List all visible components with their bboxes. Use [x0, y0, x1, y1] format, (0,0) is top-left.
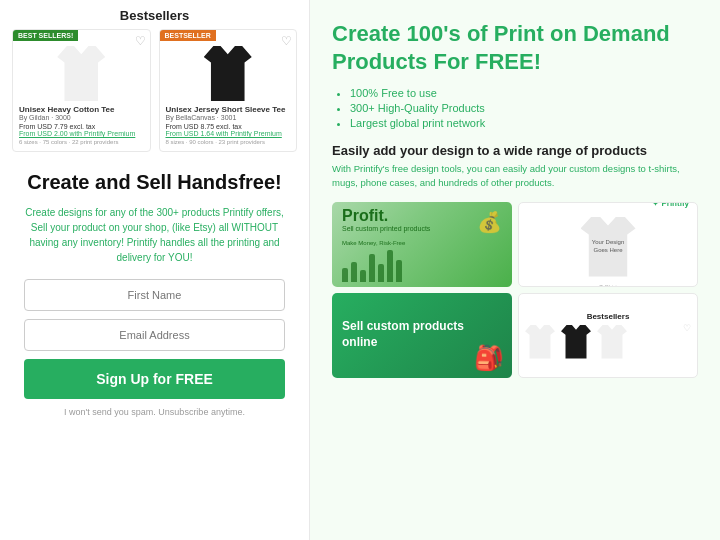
product-by-2: By BellaCanvas · 3001: [166, 114, 291, 121]
product-price-2: From USD 8.75 excl. tax: [166, 123, 291, 130]
product-name-1: Unisex Heavy Cotton Tee: [19, 105, 144, 114]
left-panel: Bestsellers BEST SELLERS! ♡ Unisex Heavy…: [0, 0, 310, 540]
printify-card: ✦ Printify Your Design Goes Here T-Shirt: [518, 202, 698, 287]
bar-7: [396, 260, 402, 282]
right-heading: Create 100's of Print on Demand Products…: [332, 20, 698, 75]
profit-card: Profit. Sell custom printed products 💰 M…: [332, 202, 512, 287]
first-name-input[interactable]: [24, 279, 285, 311]
bs-shirts: [525, 325, 627, 359]
cta-heading: Create and Sell Handsfree!: [27, 170, 282, 195]
product-by-1: By Gildan · 3000: [19, 114, 144, 121]
signup-button[interactable]: Sign Up for FREE: [24, 359, 285, 399]
product-price-1: From USD 7.79 excl. tax: [19, 123, 144, 130]
bestsellers-heading: Bestsellers: [12, 8, 297, 23]
bar-5: [378, 264, 384, 282]
heart-icon-2[interactable]: ♡: [281, 34, 292, 48]
spam-note: I won't send you spam. Unsubscribe anyti…: [64, 407, 245, 417]
product-price-link-1[interactable]: From USD 2.00 with Printify Premium: [19, 130, 144, 137]
product-meta-2: 8 sizes · 90 colors · 23 print providers: [166, 139, 291, 145]
product-cards: BEST SELLERS! ♡ Unisex Heavy Cotton Tee …: [12, 29, 297, 152]
bestseller-badge-2: Bestseller: [160, 30, 216, 41]
bestsellers-small-card: Bestsellers ♡: [518, 293, 698, 378]
sell-card: Sell custom products online 🎒: [332, 293, 512, 378]
bs-shirt-white: [525, 325, 555, 359]
product-image-2: [166, 36, 291, 101]
your-design-text: Your Design Goes Here: [587, 239, 629, 253]
bs-heart[interactable]: ♡: [683, 323, 691, 333]
make-money-label: Make Money, Risk-Free: [342, 240, 502, 246]
tshirt-label: T-Shirt: [599, 284, 617, 287]
tshirt-black: [204, 46, 252, 101]
subheading: Easily add your design to a wide range o…: [332, 143, 698, 158]
bestseller-badge-1: BEST SELLERS!: [13, 30, 78, 41]
product-price-link-2[interactable]: From USD 1.64 with Printify Premium: [166, 130, 291, 137]
product-card-1[interactable]: BEST SELLERS! ♡ Unisex Heavy Cotton Tee …: [12, 29, 151, 152]
product-card-2[interactable]: Bestseller ♡ Unisex Jersey Short Sleeve …: [159, 29, 298, 152]
product-image-1: [19, 36, 144, 101]
product-meta-1: 6 sizes · 75 colors · 22 print providers: [19, 139, 144, 145]
bs-shirt-black: [561, 325, 591, 359]
subtext: With Printify's free design tools, you c…: [332, 162, 698, 190]
tshirt-white: [57, 46, 105, 101]
printify-logo: ✦ Printify: [652, 202, 689, 208]
tshirt-wrapper: Your Design Goes Here T-Shirt: [573, 212, 643, 287]
heart-icon-1[interactable]: ♡: [135, 34, 146, 48]
product-name-2: Unisex Jersey Short Sleeve Tee: [166, 105, 291, 114]
bs-shirt-white-2: [597, 325, 627, 359]
bullet-2: 300+ High-Quality Products: [350, 102, 698, 114]
bullet-3: Largest global print network: [350, 117, 698, 129]
bs-title: Bestsellers: [587, 312, 630, 321]
bullet-1: 100% Free to use: [350, 87, 698, 99]
cta-section: Create and Sell Handsfree! Create design…: [0, 156, 309, 540]
email-input[interactable]: [24, 319, 285, 351]
coins-icon: 💰: [477, 210, 502, 234]
bar-3: [360, 270, 366, 282]
cta-body: Create designs for any of the 300+ produ…: [24, 205, 285, 265]
profit-title: Profit. Sell custom printed products: [342, 207, 430, 238]
bar-6: [387, 250, 393, 282]
bag-icon: 🎒: [474, 344, 504, 372]
bar-4: [369, 254, 375, 282]
bestsellers-section: Bestsellers BEST SELLERS! ♡ Unisex Heavy…: [0, 0, 309, 156]
image-grid: Profit. Sell custom printed products 💰 M…: [332, 202, 698, 378]
feature-list: 100% Free to use 300+ High-Quality Produ…: [332, 87, 698, 129]
profit-graph: [342, 250, 502, 282]
bar-1: [342, 268, 348, 282]
bar-2: [351, 262, 357, 282]
right-panel: Create 100's of Print on Demand Products…: [310, 0, 720, 540]
